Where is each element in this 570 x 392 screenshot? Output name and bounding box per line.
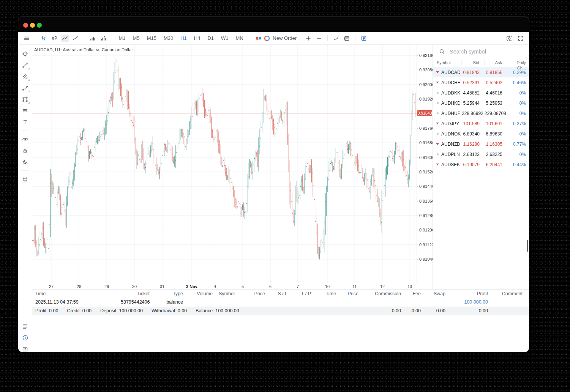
crosshair-tool[interactable] [19,48,31,60]
channels-tool[interactable] [19,71,31,82]
lock-tool[interactable] [19,145,31,156]
search-input[interactable] [449,48,519,55]
minimize-window-button[interactable] [30,23,35,28]
text-tool[interactable]: T [19,116,31,128]
daily-change-value: 0.37% [507,121,529,126]
bar-chart-icon [41,35,47,41]
market-watch-row-AUDDKK[interactable]: AUDDKK4.458524.460160% [433,88,529,98]
history-clock-icon [22,335,28,341]
price-axis-label: 0.91200 [419,227,434,233]
price-chart[interactable]: 27282930313 Nov456710111213 [32,45,417,289]
history-column-2[interactable]: Type [153,290,186,298]
fullscreen-button[interactable] [515,33,526,43]
market-watch-row-AUDNOK[interactable]: AUDNOK6.893406.896300% [433,129,529,139]
journal-tab[interactable] [19,343,31,352]
market-watch-row-AUDHKD[interactable]: AUDHKD5.259445.259530% [433,98,529,108]
ask-value: 1.16305 [485,142,507,147]
divider [327,35,328,41]
timeframe-H4[interactable]: H4 [190,33,204,43]
timeframe-M15[interactable]: M15 [143,33,160,43]
new-order-label: New Order [273,35,297,41]
history-column-10[interactable]: Commission [362,290,404,298]
timeframe-M30[interactable]: M30 [160,33,177,43]
polyline-tool[interactable] [19,82,31,94]
shapes-tool[interactable] [19,94,31,105]
market-watch-row-AUDCHF[interactable]: AUDCHF0.523910.524020.46% [433,77,529,88]
time-axis-label: 13 [407,284,412,289]
chart-type-candles-button[interactable] [49,33,60,43]
bid-value: 0.52391 [462,80,485,85]
history-column-9[interactable]: Price [339,290,362,298]
zoom-out-button[interactable] [314,33,324,43]
history-column-6[interactable]: S / L [268,290,291,298]
history-column-14[interactable]: Comment [491,290,526,298]
history-column-0[interactable]: Time [32,290,118,298]
chart-type-bars-button[interactable] [38,33,49,43]
price-axis-label: 0.91360 [419,198,434,204]
history-column-7[interactable]: T / P [291,290,314,298]
objects-tree-tool[interactable] [19,156,31,168]
screenshot-button[interactable] [504,33,515,43]
chart-type-curve-button[interactable] [70,33,81,43]
calendar-button[interactable] [341,33,352,43]
history-column-11[interactable]: Fee [404,290,424,298]
history-column-3[interactable]: Volume [186,290,216,298]
one-click-trading-button[interactable] [253,33,264,43]
market-watch-row-AUDPLN[interactable]: AUDPLN2.631222.632250% [433,149,529,159]
market-watch-row-AUDNZD[interactable]: AUDNZD1.162801.163050.77% [433,139,529,149]
time-axis-label: 27 [49,284,54,289]
market-watch-row-AUDCAD[interactable]: AUDCAD0.918430.918560.29% [433,67,529,77]
timeframe-H1[interactable]: H1 [177,33,191,43]
chart-area[interactable]: AUDCAD, H1: Australian Dollar vs Canadia… [32,45,417,289]
text-icon: T [22,119,28,125]
timeframe-M5[interactable]: M5 [129,33,143,43]
history-column-13[interactable]: Profit [448,290,491,298]
timeframe-W1[interactable]: W1 [218,33,232,43]
timeframe-D1[interactable]: D1 [204,33,218,43]
zoom-window-button[interactable] [37,23,42,28]
ask-value: 229.08708 [485,111,507,116]
scrollbar-thumb[interactable] [527,240,528,252]
journal-button[interactable] [358,33,369,43]
timeframe-group: M1M5M15M30H1H4D1W1MN [115,33,247,43]
market-watch-row-AUDJPY[interactable]: AUDJPY101.589101.6010.37% [433,118,529,129]
timeframe-MN[interactable]: MN [232,33,247,43]
price-axis[interactable]: 0.921600.920800.920000.919200.917600.916… [417,45,433,283]
summary-item: Balance: 100 000.00 [196,307,239,315]
history-column-1[interactable]: Ticket [118,290,153,298]
market-watch-row-AUDHUF[interactable]: AUDHUF228.86992229.087080% [433,108,529,118]
time-axis-label: 28 [77,284,81,289]
close-window-button[interactable] [23,23,28,28]
history-tab[interactable] [19,332,31,343]
column-bid[interactable]: Bid [462,60,485,65]
menu-button[interactable] [21,33,32,43]
chart-title: AUDCAD, H1: Australian Dollar vs Canadia… [34,47,133,52]
history-column-8[interactable]: Time [314,290,339,298]
draw-cursor-button[interactable] [331,33,341,43]
visibility-tool[interactable] [19,134,31,145]
column-daily-change[interactable]: Daily Ch... [507,60,529,65]
trend-line-tool[interactable] [19,60,31,71]
total-fee: 0.00 [404,307,424,315]
time-axis-label: 4 [214,284,216,289]
balance-row[interactable]: 2025.11.13 04:37:5953795442406balance100… [32,298,529,307]
tick-volume-button[interactable] [98,33,109,43]
column-ask[interactable]: Ask [485,60,507,65]
chart-type-line-button[interactable] [60,33,70,43]
history-column-12[interactable]: Swap [424,290,448,298]
timeframe-M1[interactable]: M1 [115,33,129,43]
zoom-in-button[interactable] [303,33,314,43]
market-watch-row-AUDSEK[interactable]: AUDSEK6.190796.204410.44% [433,159,529,170]
symbol-name: AUDCAD [441,70,461,75]
balance-cell-3 [186,298,216,307]
volume-button[interactable] [87,33,98,43]
column-symbol[interactable]: Symbol [433,60,462,65]
print-tool[interactable] [19,173,31,185]
symbol-name: AUDPLN [441,152,460,157]
new-order-button[interactable]: New Order [264,35,297,41]
levels-tool[interactable] [19,105,31,116]
history-column-5[interactable]: Price [244,290,268,298]
trade-list-tab[interactable] [19,321,31,332]
history-column-4[interactable]: Symbol [216,290,244,298]
total-profit: 0.00 [448,307,491,315]
